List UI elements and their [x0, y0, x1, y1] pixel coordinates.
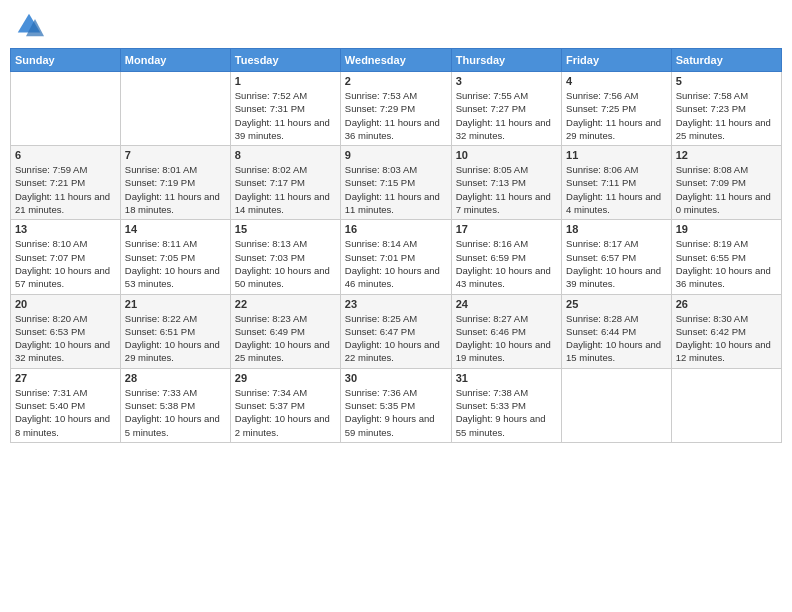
day-number: 8: [235, 149, 336, 161]
day-number: 17: [456, 223, 557, 235]
day-number: 2: [345, 75, 447, 87]
day-of-week-header: Friday: [562, 49, 672, 72]
day-info: Sunrise: 8:16 AM Sunset: 6:59 PM Dayligh…: [456, 237, 557, 290]
calendar-cell: 23Sunrise: 8:25 AM Sunset: 6:47 PM Dayli…: [340, 294, 451, 368]
day-info: Sunrise: 8:19 AM Sunset: 6:55 PM Dayligh…: [676, 237, 777, 290]
page-header: [10, 10, 782, 40]
calendar-cell: 31Sunrise: 7:38 AM Sunset: 5:33 PM Dayli…: [451, 368, 561, 442]
day-number: 12: [676, 149, 777, 161]
day-info: Sunrise: 7:34 AM Sunset: 5:37 PM Dayligh…: [235, 386, 336, 439]
day-info: Sunrise: 7:38 AM Sunset: 5:33 PM Dayligh…: [456, 386, 557, 439]
calendar-cell: 18Sunrise: 8:17 AM Sunset: 6:57 PM Dayli…: [562, 220, 672, 294]
day-number: 5: [676, 75, 777, 87]
logo: [14, 10, 48, 40]
calendar-cell: 24Sunrise: 8:27 AM Sunset: 6:46 PM Dayli…: [451, 294, 561, 368]
day-info: Sunrise: 8:11 AM Sunset: 7:05 PM Dayligh…: [125, 237, 226, 290]
day-number: 23: [345, 298, 447, 310]
day-of-week-header: Monday: [120, 49, 230, 72]
calendar-table: SundayMondayTuesdayWednesdayThursdayFrid…: [10, 48, 782, 443]
day-number: 13: [15, 223, 116, 235]
day-info: Sunrise: 7:36 AM Sunset: 5:35 PM Dayligh…: [345, 386, 447, 439]
calendar-cell: 22Sunrise: 8:23 AM Sunset: 6:49 PM Dayli…: [230, 294, 340, 368]
day-info: Sunrise: 8:03 AM Sunset: 7:15 PM Dayligh…: [345, 163, 447, 216]
day-number: 15: [235, 223, 336, 235]
day-number: 19: [676, 223, 777, 235]
calendar-cell: 26Sunrise: 8:30 AM Sunset: 6:42 PM Dayli…: [671, 294, 781, 368]
calendar-week-row: 20Sunrise: 8:20 AM Sunset: 6:53 PM Dayli…: [11, 294, 782, 368]
day-number: 18: [566, 223, 667, 235]
calendar-cell: 7Sunrise: 8:01 AM Sunset: 7:19 PM Daylig…: [120, 146, 230, 220]
calendar-cell: 8Sunrise: 8:02 AM Sunset: 7:17 PM Daylig…: [230, 146, 340, 220]
day-number: 11: [566, 149, 667, 161]
calendar-cell: 5Sunrise: 7:58 AM Sunset: 7:23 PM Daylig…: [671, 72, 781, 146]
calendar-cell: 1Sunrise: 7:52 AM Sunset: 7:31 PM Daylig…: [230, 72, 340, 146]
day-info: Sunrise: 8:06 AM Sunset: 7:11 PM Dayligh…: [566, 163, 667, 216]
calendar-cell: [120, 72, 230, 146]
day-info: Sunrise: 8:20 AM Sunset: 6:53 PM Dayligh…: [15, 312, 116, 365]
calendar-cell: 19Sunrise: 8:19 AM Sunset: 6:55 PM Dayli…: [671, 220, 781, 294]
calendar-cell: 29Sunrise: 7:34 AM Sunset: 5:37 PM Dayli…: [230, 368, 340, 442]
day-number: 9: [345, 149, 447, 161]
day-number: 27: [15, 372, 116, 384]
day-number: 22: [235, 298, 336, 310]
day-info: Sunrise: 8:28 AM Sunset: 6:44 PM Dayligh…: [566, 312, 667, 365]
day-of-week-header: Tuesday: [230, 49, 340, 72]
day-info: Sunrise: 8:25 AM Sunset: 6:47 PM Dayligh…: [345, 312, 447, 365]
day-info: Sunrise: 8:22 AM Sunset: 6:51 PM Dayligh…: [125, 312, 226, 365]
calendar-cell: 12Sunrise: 8:08 AM Sunset: 7:09 PM Dayli…: [671, 146, 781, 220]
day-number: 14: [125, 223, 226, 235]
day-of-week-header: Wednesday: [340, 49, 451, 72]
calendar-cell: 11Sunrise: 8:06 AM Sunset: 7:11 PM Dayli…: [562, 146, 672, 220]
day-info: Sunrise: 7:33 AM Sunset: 5:38 PM Dayligh…: [125, 386, 226, 439]
day-info: Sunrise: 8:27 AM Sunset: 6:46 PM Dayligh…: [456, 312, 557, 365]
day-info: Sunrise: 7:58 AM Sunset: 7:23 PM Dayligh…: [676, 89, 777, 142]
calendar-cell: 25Sunrise: 8:28 AM Sunset: 6:44 PM Dayli…: [562, 294, 672, 368]
day-number: 31: [456, 372, 557, 384]
day-info: Sunrise: 7:56 AM Sunset: 7:25 PM Dayligh…: [566, 89, 667, 142]
calendar-cell: 3Sunrise: 7:55 AM Sunset: 7:27 PM Daylig…: [451, 72, 561, 146]
day-info: Sunrise: 8:30 AM Sunset: 6:42 PM Dayligh…: [676, 312, 777, 365]
day-info: Sunrise: 8:08 AM Sunset: 7:09 PM Dayligh…: [676, 163, 777, 216]
calendar-cell: 6Sunrise: 7:59 AM Sunset: 7:21 PM Daylig…: [11, 146, 121, 220]
calendar-cell: 13Sunrise: 8:10 AM Sunset: 7:07 PM Dayli…: [11, 220, 121, 294]
calendar-cell: 30Sunrise: 7:36 AM Sunset: 5:35 PM Dayli…: [340, 368, 451, 442]
day-number: 29: [235, 372, 336, 384]
day-info: Sunrise: 7:55 AM Sunset: 7:27 PM Dayligh…: [456, 89, 557, 142]
day-number: 6: [15, 149, 116, 161]
day-info: Sunrise: 7:53 AM Sunset: 7:29 PM Dayligh…: [345, 89, 447, 142]
calendar-cell: 10Sunrise: 8:05 AM Sunset: 7:13 PM Dayli…: [451, 146, 561, 220]
day-number: 1: [235, 75, 336, 87]
calendar-cell: [562, 368, 672, 442]
calendar-cell: 4Sunrise: 7:56 AM Sunset: 7:25 PM Daylig…: [562, 72, 672, 146]
day-number: 7: [125, 149, 226, 161]
day-of-week-header: Thursday: [451, 49, 561, 72]
day-info: Sunrise: 8:01 AM Sunset: 7:19 PM Dayligh…: [125, 163, 226, 216]
day-of-week-header: Saturday: [671, 49, 781, 72]
calendar-cell: [11, 72, 121, 146]
day-number: 28: [125, 372, 226, 384]
calendar-cell: 17Sunrise: 8:16 AM Sunset: 6:59 PM Dayli…: [451, 220, 561, 294]
day-number: 21: [125, 298, 226, 310]
day-number: 26: [676, 298, 777, 310]
calendar-cell: 21Sunrise: 8:22 AM Sunset: 6:51 PM Dayli…: [120, 294, 230, 368]
day-number: 10: [456, 149, 557, 161]
calendar-week-row: 27Sunrise: 7:31 AM Sunset: 5:40 PM Dayli…: [11, 368, 782, 442]
calendar-cell: 9Sunrise: 8:03 AM Sunset: 7:15 PM Daylig…: [340, 146, 451, 220]
day-number: 24: [456, 298, 557, 310]
calendar-week-row: 1Sunrise: 7:52 AM Sunset: 7:31 PM Daylig…: [11, 72, 782, 146]
day-number: 30: [345, 372, 447, 384]
day-info: Sunrise: 8:14 AM Sunset: 7:01 PM Dayligh…: [345, 237, 447, 290]
calendar-cell: 15Sunrise: 8:13 AM Sunset: 7:03 PM Dayli…: [230, 220, 340, 294]
day-info: Sunrise: 8:13 AM Sunset: 7:03 PM Dayligh…: [235, 237, 336, 290]
logo-icon: [14, 10, 44, 40]
day-number: 25: [566, 298, 667, 310]
calendar-week-row: 13Sunrise: 8:10 AM Sunset: 7:07 PM Dayli…: [11, 220, 782, 294]
calendar-cell: 28Sunrise: 7:33 AM Sunset: 5:38 PM Dayli…: [120, 368, 230, 442]
day-info: Sunrise: 8:23 AM Sunset: 6:49 PM Dayligh…: [235, 312, 336, 365]
calendar-cell: 2Sunrise: 7:53 AM Sunset: 7:29 PM Daylig…: [340, 72, 451, 146]
day-number: 16: [345, 223, 447, 235]
calendar-cell: 27Sunrise: 7:31 AM Sunset: 5:40 PM Dayli…: [11, 368, 121, 442]
day-info: Sunrise: 7:52 AM Sunset: 7:31 PM Dayligh…: [235, 89, 336, 142]
calendar-cell: 16Sunrise: 8:14 AM Sunset: 7:01 PM Dayli…: [340, 220, 451, 294]
day-number: 4: [566, 75, 667, 87]
